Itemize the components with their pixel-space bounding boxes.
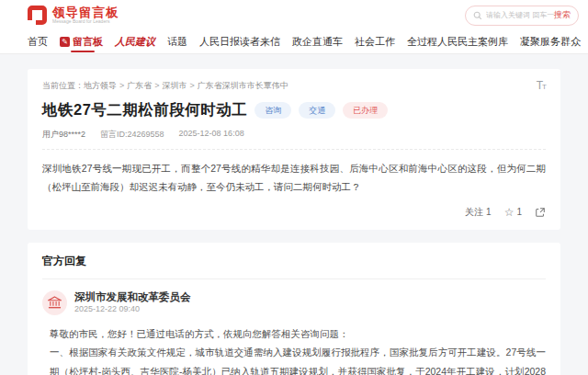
tag-consult: 咨询 [254,102,291,119]
logo-speech-bubble-icon [28,6,47,25]
official-reply-heading: 官方回复 [42,254,546,269]
reply-paragraph: 一、根据国家有关政策文件规定，城市轨道交通需纳入建设规划履行报批程序，国家批复后… [50,343,546,375]
edit-pencil-icon: ✎ [60,37,70,47]
search-box[interactable]: 搜索 [465,6,579,26]
search-input[interactable] [486,11,554,19]
reply-time: 2025-12-22 09:40 [74,304,191,315]
follow-button[interactable]: 关注 1 [465,206,492,219]
nav-item-social-work[interactable]: 社会工作 [355,30,395,53]
message-author: 用户98****2 [42,129,85,141]
share-icon [535,207,546,218]
top-header: 领导留言板 Message Board for Leaders 搜索 [0,0,588,30]
agency-avatar [42,290,67,315]
message-id: 留言ID:24269558 [100,129,164,141]
tag-traffic: 交通 [299,102,335,119]
nav-item-people-suggestion[interactable]: 人民建议 [115,30,155,53]
site-logo[interactable]: 领导留言板 Message Board for Leaders [28,6,119,25]
reply-paragraph: 尊敬的市民，您好！已通过电话的方式，依规向您解答相关咨询问题： [50,324,546,343]
nav-item-message-board[interactable]: ✎ 留言板 [60,30,103,53]
nav-item-gov-biz-express[interactable]: 政企直通车 [292,30,343,53]
divider [42,278,546,279]
star-icon: ☆ [504,206,514,219]
font-size-toggle-icon[interactable]: TT [537,80,546,91]
nav-item-reader-letters[interactable]: 人民日报读者来信 [199,30,280,53]
nav-item-serve-masses[interactable]: 凝聚服务群众 [520,30,581,53]
main-nav: 首页 ✎ 留言板 人民建议 话题 人民日报读者来信 政企直通车 社会工作 全过程… [0,30,588,54]
agency-name: 深圳市发展和改革委员会 [74,290,191,304]
page-title: 地铁27号二期松前段何时动工 [42,100,247,120]
breadcrumb-mayor[interactable]: 广东省深圳市市长覃伟中 [198,81,288,90]
tag-status-handled: 已办理 [343,102,388,119]
breadcrumb-local-leaders[interactable]: 地方领导 [84,81,117,90]
share-button[interactable] [535,207,546,218]
official-reply-card: 官方回复 深圳市发展和改革委员会 2025-12-22 09:40 尊敬的市民，… [28,243,560,375]
logo-title: 领导留言板 [52,6,119,19]
breadcrumb-guangdong[interactable]: 广东省 [127,81,152,90]
reply-body: 尊敬的市民，您好！已通过电话的方式，依规向您解答相关咨询问题： 一、根据国家有关… [42,324,546,375]
search-icon [473,11,482,20]
message-content: 深圳地铁27号线一期现已开工，而整个27号线的精华却是连接科技园、后海中心区和前… [42,159,546,197]
logo-subtitle: Message Board for Leaders [52,19,114,24]
government-building-icon [48,296,62,310]
message-time: 2025-12-08 16:08 [179,129,244,141]
breadcrumb: 当前位置：地方领导>广东省>深圳市>广东省深圳市市长覃伟中 [42,80,288,92]
nav-item-democracy-cases[interactable]: 全过程人民民主案例库 [407,30,508,53]
message-card: 当前位置：地方领导>广东省>深圳市>广东省深圳市市长覃伟中 TT 地铁27号二期… [28,69,560,230]
star-button[interactable]: ☆ 1 [504,206,522,219]
nav-item-home[interactable]: 首页 [28,30,48,53]
search-button[interactable]: 搜索 [554,9,571,21]
nav-item-topics[interactable]: 话题 [167,30,187,53]
breadcrumb-shenzhen[interactable]: 深圳市 [163,81,187,90]
